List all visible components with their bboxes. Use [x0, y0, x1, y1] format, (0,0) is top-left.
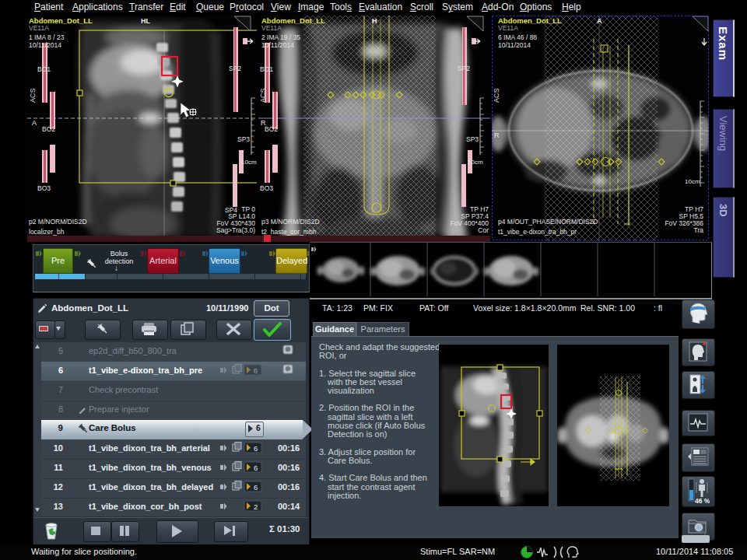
svg-text:SP2: SP2 [229, 65, 241, 72]
svg-text:SP3: SP3 [237, 135, 250, 143]
svg-text:VE11A: VE11A [261, 24, 282, 32]
svg-text:Tra: Tra [694, 226, 704, 234]
svg-text:ACS: ACS [29, 88, 37, 103]
svg-text:SP2: SP2 [458, 65, 470, 72]
svg-text:HL: HL [141, 17, 150, 25]
svg-text:p2 M/NORM/DIS2D: p2 M/NORM/DIS2D [29, 218, 87, 226]
svg-text:VE11A: VE11A [29, 24, 49, 32]
svg-text:BO2: BO2 [42, 125, 55, 133]
svg-text:p3 M/NORM/DIS2D: p3 M/NORM/DIS2D [261, 218, 320, 226]
svg-text:VE11A: VE11A [498, 24, 518, 32]
svg-text:SP3: SP3 [466, 135, 479, 143]
svg-text:R: R [261, 119, 266, 127]
svg-text:ACS: ACS [259, 88, 267, 103]
svg-text:Sag>Tra(3.0): Sag>Tra(3.0) [216, 226, 255, 234]
svg-text:R: R [494, 131, 500, 139]
svg-text:Cor: Cor [478, 226, 489, 234]
svg-text:10/11/2014: 10/11/2014 [498, 41, 531, 49]
svg-text:10cm: 10cm [468, 159, 483, 166]
svg-text:localizer_bh: localizer_bh [29, 228, 65, 236]
svg-text:10cm: 10cm [241, 159, 257, 166]
svg-text:6 IMA 46 / 88: 6 IMA 46 / 88 [498, 33, 537, 41]
svg-text:p4 M/OUT_PHASE/NORM/DIS2D: p4 M/OUT_PHASE/NORM/DIS2D [498, 218, 598, 226]
svg-text:BO3: BO3 [37, 184, 51, 192]
svg-text:BO3: BO3 [260, 184, 273, 192]
svg-text:A: A [32, 119, 37, 127]
svg-text:A: A [597, 17, 602, 25]
svg-text:46 %: 46 % [695, 497, 710, 504]
svg-text:2 IMA 19 / 35: 2 IMA 19 / 35 [261, 33, 300, 41]
svg-text:10/11/2014: 10/11/2014 [261, 41, 294, 49]
svg-text:10/11/2014: 10/11/2014 [29, 41, 61, 49]
svg-text:BO1: BO1 [260, 65, 273, 73]
svg-text:BO2: BO2 [265, 125, 278, 133]
svg-text:1 IMA 8 / 23: 1 IMA 8 / 23 [29, 33, 65, 41]
svg-text:BO1: BO1 [37, 65, 51, 73]
svg-text:H: H [372, 17, 377, 25]
svg-text:ACS: ACS [493, 88, 500, 103]
svg-text:t1_vibe_e-dixon_tra_bh_pr: t1_vibe_e-dixon_tra_bh_pr [498, 228, 577, 236]
svg-text:10cm: 10cm [685, 178, 700, 185]
